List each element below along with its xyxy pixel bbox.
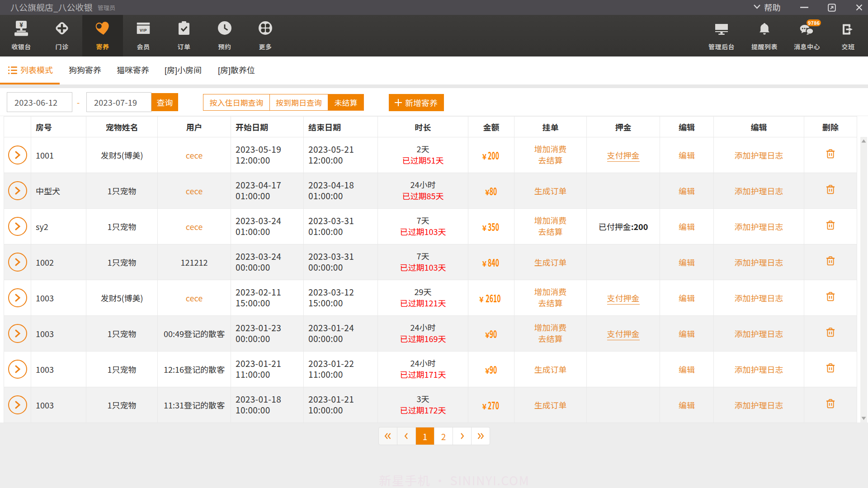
svg-text:VIP: VIP: [139, 27, 147, 33]
svg-text:¥: ¥: [19, 21, 23, 29]
